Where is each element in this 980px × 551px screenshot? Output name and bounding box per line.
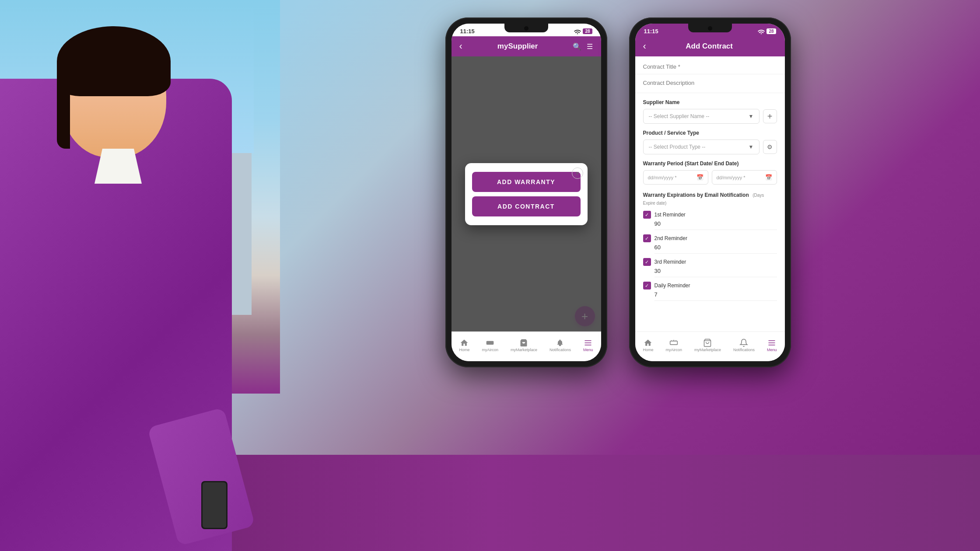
nav-item-notifications[interactable]: Notifications: [550, 338, 571, 352]
contract-description-input[interactable]: [643, 80, 777, 86]
reminder-3-checkbox[interactable]: ✓: [643, 258, 651, 266]
nav2-menu-active[interactable]: Menu: [767, 338, 777, 352]
phone-1-back-icon[interactable]: ‹: [459, 41, 462, 52]
warranty-period-section: Warranty Period (Start Date/ End Date) d…: [643, 160, 777, 185]
product-type-section: Product / Service Type -- Select Product…: [643, 130, 777, 154]
warranty-expiry-label: Warranty Expirations by Email Notificati…: [643, 192, 749, 198]
add-warranty-button[interactable]: ADD WARRANTY: [472, 172, 581, 192]
reminder-2-label: 2nd Reminder: [654, 235, 687, 241]
phone-2: 11:15 28 ‹ Add Contract: [629, 17, 791, 367]
reminder-2: ✓ 2nd Reminder 60: [643, 234, 777, 254]
phone-2-status-right: 28: [758, 28, 776, 34]
phone-1-modal-overlay: × ADD WARRANTY ADD CONTRACT: [452, 56, 601, 331]
nav-item-mymarketplace[interactable]: myMarketplace: [511, 338, 537, 352]
phone-2-bottom-nav: Home myAircon myMarketplace Notification…: [635, 331, 785, 361]
phone-1-header: ‹ mySupplier 🔍 ☰: [452, 36, 601, 56]
contract-description-field: [635, 74, 785, 93]
wifi-icon-2: [758, 29, 765, 34]
phone-1: 11:15 28 ‹ mySupplier 🔍 ☰: [445, 17, 607, 367]
end-date-calendar-icon: 📅: [765, 174, 772, 181]
phone-1-menu-icon[interactable]: ☰: [587, 42, 593, 51]
product-type-placeholder: -- Select Product Type --: [649, 144, 706, 150]
start-date-placeholder: dd/mm/yyyy *: [648, 175, 677, 180]
nav-item-myaircon[interactable]: myAircon: [482, 338, 498, 352]
phone-1-search-icon[interactable]: 🔍: [573, 42, 581, 51]
phone-1-screen: 11:15 28 ‹ mySupplier 🔍 ☰: [452, 24, 601, 361]
product-type-select[interactable]: -- Select Product Type -- ▼: [643, 139, 760, 154]
product-dropdown-arrow: ▼: [749, 144, 754, 150]
reminder-1: ✓ 1st Reminder 90: [643, 211, 777, 230]
warranty-period-label: Warranty Period (Start Date/ End Date): [643, 160, 777, 167]
phone-2-header: ‹ Add Contract: [635, 36, 785, 56]
nav2-myaircon[interactable]: myAircon: [665, 338, 682, 352]
phone-2-time: 11:15: [644, 28, 658, 35]
reminder-daily-value: 7: [654, 291, 777, 301]
reminder-3-value: 30: [654, 268, 777, 277]
reminder-daily-checkbox[interactable]: ✓: [643, 282, 651, 289]
phone-2-title: Add Contract: [651, 42, 768, 51]
supplier-dropdown-arrow: ▼: [749, 113, 754, 119]
phone-2-back-icon[interactable]: ‹: [643, 41, 646, 52]
phone-1-bottom-nav: Home myAircon myMarketplace Notification…: [452, 331, 601, 361]
start-date-input[interactable]: dd/mm/yyyy * 📅: [643, 170, 708, 185]
end-date-input[interactable]: dd/mm/yyyy * 📅: [712, 170, 777, 185]
nav2-notifications[interactable]: Notifications: [733, 338, 755, 352]
svg-rect-0: [486, 341, 494, 345]
person-silhouette: [0, 0, 254, 551]
nav2-mymarketplace[interactable]: myMarketplace: [694, 338, 721, 352]
supplier-add-btn[interactable]: +: [763, 109, 777, 123]
start-date-calendar-icon: 📅: [696, 174, 704, 181]
phone-1-status-right: 28: [574, 28, 592, 34]
reminder-2-value: 60: [654, 244, 777, 254]
phone-1-battery: 28: [583, 28, 592, 34]
reminder-3-label: 3rd Reminder: [654, 259, 686, 265]
modal-close-btn[interactable]: ×: [572, 167, 583, 179]
reminder-daily-label: Daily Reminder: [654, 282, 690, 289]
product-settings-btn[interactable]: ⚙: [763, 140, 777, 154]
add-contract-button[interactable]: ADD CONTRACT: [472, 196, 581, 216]
wifi-icon: [574, 29, 581, 34]
nav-item-menu-active[interactable]: Menu: [583, 338, 593, 352]
phone-2-battery: 28: [766, 28, 776, 34]
reminder-1-label: 1st Reminder: [654, 212, 686, 218]
phone-1-time: 11:15: [460, 28, 475, 35]
reminder-2-checkbox[interactable]: ✓: [643, 234, 651, 242]
supplier-name-select[interactable]: -- Select Supplier Name -- ▼: [643, 109, 760, 124]
warranty-expiry-section: Warranty Expirations by Email Notificati…: [643, 191, 777, 301]
supplier-name-placeholder: -- Select Supplier Name --: [649, 113, 710, 119]
contract-title-input[interactable]: [643, 63, 777, 70]
reminder-3: ✓ 3rd Reminder 30: [643, 258, 777, 277]
nav-item-home[interactable]: Home: [459, 338, 469, 352]
contract-title-field: [635, 56, 785, 74]
nav2-home[interactable]: Home: [643, 338, 653, 352]
phones-container: 11:15 28 ‹ mySupplier 🔍 ☰: [260, 17, 976, 367]
phone-1-title: mySupplier: [497, 42, 538, 51]
supplier-name-label: Supplier Name: [643, 99, 777, 105]
reminder-1-value: 90: [654, 220, 777, 230]
phone-1-modal: × ADD WARRANTY ADD CONTRACT: [465, 163, 588, 225]
supplier-name-section: Supplier Name -- Select Supplier Name --…: [643, 99, 777, 124]
end-date-placeholder: dd/mm/yyyy *: [717, 175, 746, 180]
phone-1-content: × ADD WARRANTY ADD CONTRACT +: [452, 56, 601, 331]
reminder-1-checkbox[interactable]: ✓: [643, 211, 651, 219]
product-type-label: Product / Service Type: [643, 130, 777, 136]
phone-2-form: Supplier Name -- Select Supplier Name --…: [635, 56, 785, 331]
warranty-expiry-header: Warranty Expirations by Email Notificati…: [643, 191, 777, 206]
svg-rect-1: [670, 341, 678, 345]
reminder-daily: ✓ Daily Reminder 7: [643, 282, 777, 301]
phone-2-screen: 11:15 28 ‹ Add Contract: [635, 24, 785, 361]
